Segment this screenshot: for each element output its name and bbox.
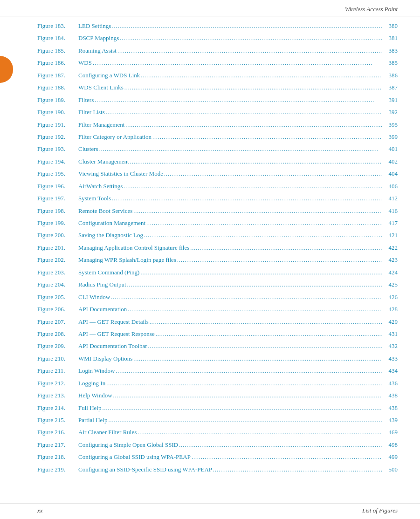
toc-row: Figure 204.Radius Ping Output425 xyxy=(37,280,398,291)
fig-title: System Command (Ping) xyxy=(78,267,383,279)
fig-text: Clusters xyxy=(78,144,98,154)
fig-page: 424 xyxy=(383,267,398,277)
fig-title: Configuring a Simple Open Global SSID xyxy=(78,440,383,451)
toc-row: Figure 218.Configuring a Global SSID usi… xyxy=(37,452,398,464)
fig-text: AirWatch Settings xyxy=(78,181,123,191)
fig-page: 425 xyxy=(383,280,398,289)
fig-text: Filter Management xyxy=(78,120,124,130)
fig-dots xyxy=(113,390,382,401)
fig-title: Help Window xyxy=(78,390,383,402)
fig-dots xyxy=(192,452,382,462)
fig-dots xyxy=(133,206,382,216)
fig-title: Saving the Diagnostic Log xyxy=(78,230,383,242)
fig-dots xyxy=(108,415,382,425)
toc-row: Figure 190.Filter Lists392 xyxy=(37,107,398,119)
toc-row: Figure 209.API Documentation Toolbar432 xyxy=(37,341,398,353)
fig-label: Figure 202. xyxy=(37,255,78,265)
fig-dots xyxy=(190,243,382,253)
toc-row: Figure 207.API — GET Request Details429 xyxy=(37,317,398,328)
fig-text: Configuring a Global SSID using WPA-PEAP xyxy=(78,452,191,462)
fig-page: 392 xyxy=(383,107,398,117)
fig-page: 499 xyxy=(383,452,398,462)
fig-label: Figure 192. xyxy=(37,132,78,142)
fig-label: Figure 194. xyxy=(37,157,78,166)
fig-page: 469 xyxy=(383,427,398,437)
fig-text: Logging In xyxy=(78,378,105,388)
fig-label: Figure 190. xyxy=(37,107,78,117)
fig-title: Configuration Management xyxy=(78,218,383,230)
toc-row: Figure 196.AirWatch Settings406 xyxy=(37,181,398,193)
page-footer: xx List of Figures xyxy=(0,504,420,519)
fig-text: Filter Category or Application xyxy=(78,132,151,142)
toc-row: Figure 205.CLI Window426 xyxy=(37,292,398,304)
fig-label: Figure 210. xyxy=(37,354,78,363)
fig-title: WDS Client Links xyxy=(78,82,383,94)
fig-page: 417 xyxy=(383,218,398,228)
fig-dots xyxy=(150,317,382,327)
fig-title: Radius Ping Output xyxy=(78,280,383,291)
fig-text: Saving the Diagnostic Log xyxy=(78,230,143,240)
fig-dots xyxy=(146,218,382,228)
fig-text: LED Settings xyxy=(78,21,111,31)
fig-text: Remote Boot Services xyxy=(78,206,132,216)
fig-title: Managing WPR Splash/Login page files xyxy=(78,255,383,266)
fig-dots xyxy=(124,82,382,93)
toc-row: Figure 206.API Documentation428 xyxy=(37,304,398,316)
fig-dots xyxy=(179,440,382,450)
fig-page: 438 xyxy=(383,403,398,413)
fig-title: Configuring a WDS Link xyxy=(78,70,383,82)
fig-dots xyxy=(144,230,382,240)
fig-page: 498 xyxy=(383,440,398,450)
fig-page: 383 xyxy=(383,46,398,55)
fig-text: Filters xyxy=(78,95,94,105)
fig-label: Figure 185. xyxy=(37,46,78,55)
toc-row: Figure 192.Filter Category or Applicatio… xyxy=(37,132,398,143)
toc-row: Figure 214.Full Help438 xyxy=(37,403,398,415)
fig-title: API — GET Request Response xyxy=(78,329,383,341)
fig-title: Remote Boot Services xyxy=(78,206,383,218)
fig-title: Configuring an SSID-Specific SSID using … xyxy=(78,464,383,476)
toc-row: Figure 219.Configuring an SSID-Specific … xyxy=(37,464,398,476)
toc-row: Figure 193.Clusters401 xyxy=(37,144,398,156)
fig-page: 434 xyxy=(383,366,398,376)
fig-text: Viewing Statistics in Cluster Mode xyxy=(78,169,163,178)
fig-text: Radius Ping Output xyxy=(78,280,126,289)
fig-label: Figure 189. xyxy=(37,95,78,105)
toc-row: Figure 203.System Command (Ping)424 xyxy=(37,267,398,279)
fig-dots xyxy=(95,95,382,105)
fig-title: Viewing Statistics in Cluster Mode xyxy=(78,169,383,180)
fig-label: Figure 206. xyxy=(37,304,78,314)
fig-label: Figure 213. xyxy=(37,390,78,400)
fig-text: Help Window xyxy=(78,390,112,400)
fig-page: 429 xyxy=(383,317,398,327)
fig-text: Configuring a Simple Open Global SSID xyxy=(78,440,178,450)
fig-text: Air Cleaner Filter Rules xyxy=(78,427,137,437)
fig-dots xyxy=(124,181,382,191)
fig-text: API Documentation Toolbar xyxy=(78,341,147,351)
toc-row: Figure 210.WMI Display Options433 xyxy=(37,354,398,365)
fig-dots xyxy=(93,58,382,68)
fig-label: Figure 184. xyxy=(37,33,78,43)
fig-text: Filter Lists xyxy=(78,107,105,117)
fig-page: 423 xyxy=(383,255,398,265)
fig-text: Configuring a WDS Link xyxy=(78,70,140,80)
fig-dots xyxy=(213,464,382,475)
fig-page: 416 xyxy=(383,206,398,216)
fig-page: 404 xyxy=(383,169,398,178)
fig-page: 381 xyxy=(383,33,398,43)
fig-title: API Documentation xyxy=(78,304,383,316)
fig-label: Figure 209. xyxy=(37,341,78,351)
fig-title: AirWatch Settings xyxy=(78,181,383,193)
toc-row: Figure 194.Cluster Management402 xyxy=(37,157,398,168)
fig-label: Figure 218. xyxy=(37,452,78,462)
fig-title: Cluster Management xyxy=(78,157,383,168)
fig-text: Partial Help xyxy=(78,415,107,425)
fig-text: Configuring an SSID-Specific SSID using … xyxy=(78,464,212,474)
fig-label: Figure 216. xyxy=(37,427,78,437)
fig-label: Figure 196. xyxy=(37,181,78,191)
toc-row: Figure 200.Saving the Diagnostic Log421 xyxy=(37,230,398,242)
fig-label: Figure 187. xyxy=(37,70,78,80)
toc-row: Figure 183.LED Settings380 xyxy=(37,21,398,33)
fig-label: Figure 201. xyxy=(37,243,78,253)
fig-page: 406 xyxy=(383,181,398,191)
